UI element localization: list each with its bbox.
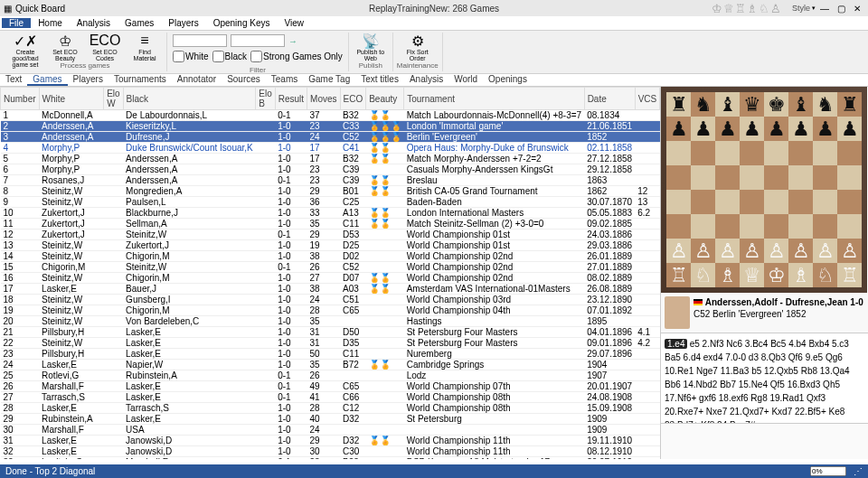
- tab-teams[interactable]: Teams: [266, 74, 303, 86]
- square[interactable]: ♟: [691, 117, 715, 141]
- table-row[interactable]: 7Rosanes,JAnderssen,A0-123C39🏅🏅Breslau18…: [1, 175, 661, 186]
- tab-world[interactable]: World: [448, 74, 483, 86]
- ribbon-button[interactable]: ✓✗Create good/bad game set: [7, 33, 43, 68]
- column-header[interactable]: Elo W: [104, 88, 123, 110]
- square[interactable]: [764, 165, 788, 190]
- table-row[interactable]: 5Morphy,PAnderssen,A1-017B32🏅🏅Match Morp…: [1, 154, 661, 164]
- square[interactable]: ♞: [813, 92, 837, 117]
- tab-games[interactable]: Games: [27, 74, 67, 86]
- square[interactable]: ♝: [788, 92, 813, 117]
- tab-game-tag[interactable]: Game Tag: [303, 74, 355, 86]
- square[interactable]: ♙: [764, 239, 788, 263]
- square[interactable]: [837, 165, 862, 190]
- table-row[interactable]: 12Zukertort,JSteinitz,W0-129D53World Cha…: [1, 230, 661, 240]
- status-input[interactable]: [810, 466, 846, 476]
- square[interactable]: ♙: [837, 239, 862, 263]
- menu-file[interactable]: File: [2, 18, 31, 28]
- square[interactable]: [788, 214, 813, 239]
- square[interactable]: ♟: [764, 117, 788, 141]
- table-row[interactable]: 1McDonnell,ADe Labourdonnais,L0-137B32🏅🏅…: [1, 110, 661, 121]
- menu-analysis[interactable]: Analysis: [70, 18, 118, 28]
- table-row[interactable]: 24Lasker,ENapier,W1-035B72🏅🏅Cambridge Sp…: [1, 360, 661, 370]
- table-row[interactable]: 23Pillsbury,HLasker,E1-050C11Nuremberg29…: [1, 349, 661, 360]
- column-header[interactable]: Elo B: [256, 88, 275, 110]
- square[interactable]: ♙: [740, 239, 764, 263]
- square[interactable]: [837, 190, 862, 214]
- table-row[interactable]: 9Steinitz,WPaulsen,L1-036C25Baden-Baden3…: [1, 197, 661, 208]
- filter-go-icon[interactable]: →: [288, 36, 297, 46]
- square[interactable]: [666, 165, 691, 190]
- close-button[interactable]: ✕: [850, 2, 864, 14]
- minimize-button[interactable]: —: [817, 2, 832, 14]
- tab-openings[interactable]: Openings: [483, 74, 533, 86]
- column-header[interactable]: ECO: [340, 88, 366, 110]
- tab-text[interactable]: Text: [0, 74, 27, 86]
- notation-panel[interactable]: 1.e4 e5 2.Nf3 Nc6 3.Bc4 Bc5 4.b4 Bxb4 5.…: [661, 333, 868, 423]
- square[interactable]: ♙: [691, 239, 715, 263]
- square[interactable]: [837, 141, 862, 165]
- table-row[interactable]: 8Steinitz,WMongredien,A1-029B01🏅🏅British…: [1, 186, 661, 197]
- ribbon-button[interactable]: ≡Find Material: [127, 33, 163, 61]
- square[interactable]: ♟: [788, 117, 813, 141]
- filter-white-input[interactable]: [173, 34, 227, 47]
- square[interactable]: [740, 214, 764, 239]
- square[interactable]: [691, 214, 715, 239]
- table-row[interactable]: 30Marshall,FUSA1-0241909Top G: [1, 425, 661, 436]
- column-header[interactable]: Beauty: [366, 88, 404, 110]
- style-dropdown[interactable]: Style: [792, 4, 810, 13]
- black-checkbox[interactable]: Black: [212, 51, 247, 62]
- square[interactable]: [691, 190, 715, 214]
- square[interactable]: ♖: [666, 263, 691, 287]
- table-row[interactable]: 33Levitsky,SMarshall,F0-123B23DSB Kongre…: [1, 457, 661, 460]
- table-row[interactable]: 4Morphy,PDuke Brunswick/Count Isouar,K1-…: [1, 143, 661, 154]
- square[interactable]: [788, 165, 813, 190]
- ribbon-button[interactable]: 📡Publish to Web: [353, 33, 389, 61]
- square[interactable]: ♛: [740, 92, 764, 117]
- table-row[interactable]: 13Steinitz,WZukertort,J1-019D25World Cha…: [1, 240, 661, 251]
- square[interactable]: [666, 214, 691, 239]
- chess-board[interactable]: ♜♞♝♛♚♝♞♜♟♟♟♟♟♟♟♟♙♙♙♙♙♙♙♙♖♘♗♕♔♗♘♖: [661, 87, 867, 293]
- tab-annotator[interactable]: Annotator: [172, 74, 222, 86]
- square[interactable]: ♗: [788, 263, 813, 287]
- square[interactable]: ♘: [691, 263, 715, 287]
- square[interactable]: [813, 214, 837, 239]
- column-header[interactable]: Number: [1, 88, 40, 110]
- square[interactable]: ♖: [837, 263, 862, 287]
- tab-players[interactable]: Players: [68, 74, 108, 86]
- square[interactable]: ♜: [837, 92, 862, 117]
- column-header[interactable]: Date: [584, 88, 635, 110]
- maximize-button[interactable]: ▢: [834, 2, 848, 14]
- strong-checkbox[interactable]: Strong Games Only: [250, 51, 343, 62]
- menu-view[interactable]: View: [277, 18, 311, 28]
- table-row[interactable]: 29Rubinstein,ALasker,E1-040D32St Petersb…: [1, 414, 661, 425]
- square[interactable]: ♟: [666, 117, 691, 141]
- column-header[interactable]: Moves: [307, 88, 340, 110]
- first-move[interactable]: 1.e4: [665, 339, 687, 349]
- table-row[interactable]: 32Lasker,EJanowski,D1-030C30World Champi…: [1, 446, 661, 457]
- ribbon-button[interactable]: ECOSet ECO Codes: [87, 33, 123, 61]
- square[interactable]: ♞: [691, 92, 715, 117]
- table-row[interactable]: 28Lasker,ETarrasch,S1-028C12World Champi…: [1, 403, 661, 414]
- menu-opening keys[interactable]: Opening Keys: [206, 18, 278, 28]
- column-header[interactable]: Tournament: [404, 88, 584, 110]
- table-row[interactable]: 27Tarrasch,SLasker,E0-141C66World Champi…: [1, 392, 661, 403]
- square[interactable]: ♘: [813, 263, 837, 287]
- square[interactable]: [715, 141, 740, 165]
- square[interactable]: [813, 141, 837, 165]
- table-row[interactable]: 2Anderssen,AKieseritzky,L1-023C33🏅🏅🏅Lond…: [1, 121, 661, 132]
- menu-players[interactable]: Players: [161, 18, 205, 28]
- white-checkbox[interactable]: White: [173, 51, 209, 62]
- table-row[interactable]: 17Lasker,EBauer,J1-038A03🏅🏅Amsterdam VAS…: [1, 284, 661, 295]
- tab-sources[interactable]: Sources: [222, 74, 266, 86]
- filter-black-input[interactable]: [231, 34, 285, 47]
- table-row[interactable]: 22Steinitz,WLasker,E1-031D35St Petersbur…: [1, 338, 661, 349]
- square[interactable]: ♙: [788, 239, 813, 263]
- tab-tournaments[interactable]: Tournaments: [108, 74, 172, 86]
- table-row[interactable]: 11Zukertort,JSellman,A1-035C11🏅🏅Match St…: [1, 219, 661, 230]
- square[interactable]: [764, 214, 788, 239]
- square[interactable]: [715, 190, 740, 214]
- square[interactable]: ♙: [715, 239, 740, 263]
- tab-text-titles[interactable]: Text titles: [355, 74, 404, 86]
- square[interactable]: [740, 165, 764, 190]
- table-row[interactable]: 20Steinitz,WVon Bardeleben,C1-035Hasting…: [1, 316, 661, 327]
